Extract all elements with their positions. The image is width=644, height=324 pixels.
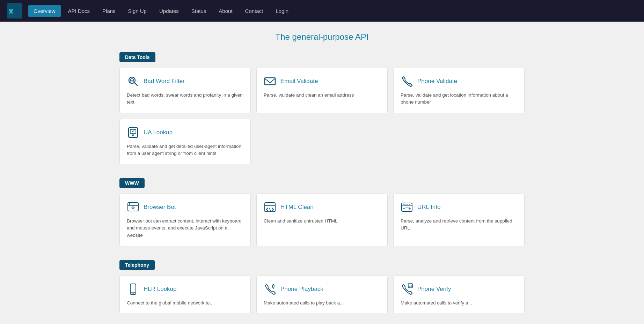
nav-item-login[interactable]: Login	[270, 5, 294, 17]
nav-item-updates[interactable]: Updates	[154, 5, 184, 17]
section-data-tools: Data Tools Bad Word FilterDetect bad wor…	[119, 52, 525, 164]
card-title: HLR Lookup	[144, 286, 177, 293]
logo-icon: ⌘	[7, 3, 22, 18]
svg-line-3	[134, 83, 137, 85]
nav-item-plans[interactable]: Plans	[97, 5, 121, 17]
section-badge: Telephony	[119, 260, 155, 270]
section-badge: Data Tools	[119, 52, 155, 62]
card-header: UA Lookup	[127, 126, 243, 139]
card-desc: Clean and sanitize untrusted HTML	[264, 218, 380, 225]
card-header: HTML Clean	[264, 201, 380, 213]
nav-item-overview[interactable]: Overview	[28, 5, 61, 17]
svg-point-22	[133, 293, 134, 294]
card-title: UA Lookup	[144, 129, 173, 136]
browser-bot-icon	[127, 201, 139, 213]
page-title: The general-purpose API	[119, 32, 525, 42]
nav-item-sign-up[interactable]: Sign Up	[123, 5, 152, 17]
card-desc: Detect bad words, swear words and profan…	[127, 92, 243, 106]
card-desc: Parse, validate and clean an email addre…	[264, 92, 380, 99]
phone-wave-icon	[264, 283, 276, 295]
card-title: Phone Verify	[417, 286, 451, 293]
ua-icon	[127, 126, 139, 139]
card-header: HLR Lookup	[127, 283, 243, 295]
card-header: 123 Phone Verify	[401, 283, 517, 295]
sections-container: Data Tools Bad Word FilterDetect bad wor…	[119, 52, 525, 314]
phone-icon	[401, 75, 413, 88]
cards-grid: HLR LookupConnect to the global mobile n…	[119, 276, 525, 314]
nav-item-status[interactable]: Status	[186, 5, 212, 17]
cards-grid: Bad Word FilterDetect bad words, swear w…	[119, 68, 525, 164]
card-header: Browser Bot	[127, 201, 243, 213]
card-hlr-lookup[interactable]: HLR LookupConnect to the global mobile n…	[119, 276, 251, 314]
svg-line-16	[269, 208, 271, 211]
svg-text:⌘: ⌘	[9, 7, 13, 16]
card-desc: Browser bot can extract content, interac…	[127, 218, 243, 239]
card-header: Bad Word Filter	[127, 75, 243, 88]
card-desc: Make automated calls to verify a...	[401, 300, 517, 307]
card-title: URL Info	[417, 204, 440, 211]
svg-point-12	[129, 203, 130, 205]
url-icon: http://	[401, 201, 413, 213]
card-bad-word-filter[interactable]: Bad Word FilterDetect bad words, swear w…	[119, 68, 251, 113]
search-filter-icon	[127, 75, 139, 88]
card-header: Email Validate	[264, 75, 380, 88]
svg-point-13	[133, 208, 133, 208]
card-title: Email Validate	[280, 78, 318, 85]
card-email-validate[interactable]: Email ValidateParse, validate and clean …	[256, 68, 388, 113]
card-desc: Parse, analyze and retrieve content from…	[401, 218, 517, 232]
svg-point-9	[132, 135, 134, 136]
card-desc: Parse, validate and get detailed user-ag…	[127, 143, 243, 157]
card-phone-playback[interactable]: Phone PlaybackMake automated calls to pl…	[256, 276, 388, 314]
card-header: http:// URL Info	[401, 201, 517, 213]
card-phone-validate[interactable]: Phone ValidateParse, validate and get lo…	[393, 68, 525, 113]
html-icon	[264, 201, 276, 213]
card-ua-lookup[interactable]: UA LookupParse, validate and get detaile…	[119, 119, 251, 165]
card-desc: Parse, validate and get location informa…	[401, 92, 517, 106]
card-title: Browser Bot	[144, 204, 176, 211]
card-phone-verify[interactable]: 123 Phone VerifyMake automated calls to …	[393, 276, 525, 314]
nav-item-contact[interactable]: Contact	[240, 5, 269, 17]
main-nav: ⌘ OverviewAPI DocsPlansSign UpUpdatesSta…	[0, 0, 644, 22]
mobile-icon	[127, 283, 139, 295]
card-html-clean[interactable]: HTML CleanClean and sanitize untrusted H…	[256, 194, 388, 246]
card-title: Bad Word Filter	[144, 78, 185, 85]
section-telephony: Telephony HLR LookupConnect to the globa…	[119, 260, 525, 314]
nav-items: OverviewAPI DocsPlansSign UpUpdatesStatu…	[28, 5, 294, 17]
card-header: Phone Playback	[264, 283, 380, 295]
section-badge: WWW	[119, 178, 145, 188]
svg-rect-14	[265, 203, 275, 212]
card-title: Phone Playback	[280, 286, 323, 293]
svg-text:http://: http://	[403, 203, 412, 206]
card-url-info[interactable]: http:// URL InfoParse, analyze and retri…	[393, 194, 525, 246]
phone-verify-icon: 123	[401, 283, 413, 295]
card-title: HTML Clean	[280, 204, 314, 211]
nav-item-api-docs[interactable]: API Docs	[63, 5, 96, 17]
nav-item-about[interactable]: About	[213, 5, 238, 17]
cards-grid: Browser BotBrowser bot can extract conte…	[119, 194, 525, 246]
card-desc: Make automated calls to play back a...	[264, 300, 380, 307]
svg-text:123: 123	[409, 285, 413, 287]
card-title: Phone Validate	[417, 78, 457, 85]
card-header: Phone Validate	[401, 75, 517, 88]
svg-rect-6	[265, 78, 275, 85]
card-browser-bot[interactable]: Browser BotBrowser bot can extract conte…	[119, 194, 251, 246]
section-www: WWW Browser BotBrowser bot can extract c…	[119, 178, 525, 246]
card-desc: Connect to the global mobile network to.…	[127, 300, 243, 307]
email-icon	[264, 75, 276, 88]
